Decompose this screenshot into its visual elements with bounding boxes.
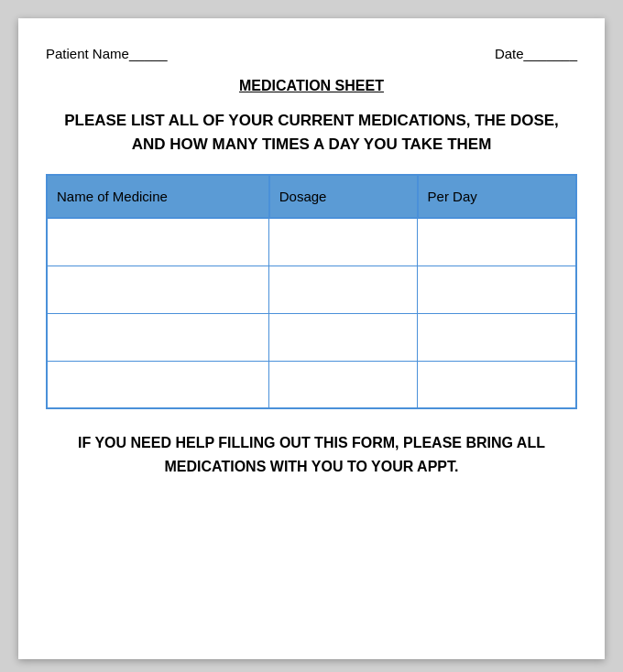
column-header-dosage: Dosage (269, 175, 418, 218)
date-label: Date_______ (495, 46, 577, 61)
subtitle-text: PLEASE LIST ALL OF YOUR CURRENT MEDICATI… (64, 112, 559, 153)
cell-name-3[interactable] (47, 313, 269, 361)
table-row (47, 266, 576, 313)
page: Patient Name_____ Date_______ MEDICATION… (18, 18, 605, 659)
column-header-name: Name of Medicine (47, 175, 269, 218)
cell-name-2[interactable] (47, 266, 269, 313)
column-header-perday: Per Day (418, 175, 576, 218)
table-row (47, 218, 576, 266)
cell-dosage-4[interactable] (269, 361, 418, 408)
medication-table: Name of Medicine Dosage Per Day (46, 174, 577, 409)
patient-name-label: Patient Name_____ (46, 46, 168, 61)
table-row (47, 361, 576, 408)
subtitle-section: PLEASE LIST ALL OF YOUR CURRENT MEDICATI… (46, 109, 577, 156)
cell-name-1[interactable] (47, 218, 269, 266)
page-title: MEDICATION SHEET (239, 78, 384, 93)
cell-perday-2[interactable] (418, 266, 576, 313)
cell-perday-1[interactable] (418, 218, 576, 266)
footer-text: IF YOU NEED HELP FILLING OUT THIS FORM, … (78, 435, 545, 474)
header-row: Patient Name_____ Date_______ (46, 46, 577, 61)
cell-dosage-2[interactable] (269, 266, 418, 313)
cell-dosage-3[interactable] (269, 313, 418, 361)
footer-section: IF YOU NEED HELP FILLING OUT THIS FORM, … (46, 431, 577, 478)
cell-perday-4[interactable] (418, 361, 576, 408)
cell-dosage-1[interactable] (269, 218, 418, 266)
title-section: MEDICATION SHEET (46, 78, 577, 94)
cell-name-4[interactable] (47, 361, 269, 408)
table-header-row: Name of Medicine Dosage Per Day (47, 175, 576, 218)
table-row (47, 313, 576, 361)
cell-perday-3[interactable] (418, 313, 576, 361)
